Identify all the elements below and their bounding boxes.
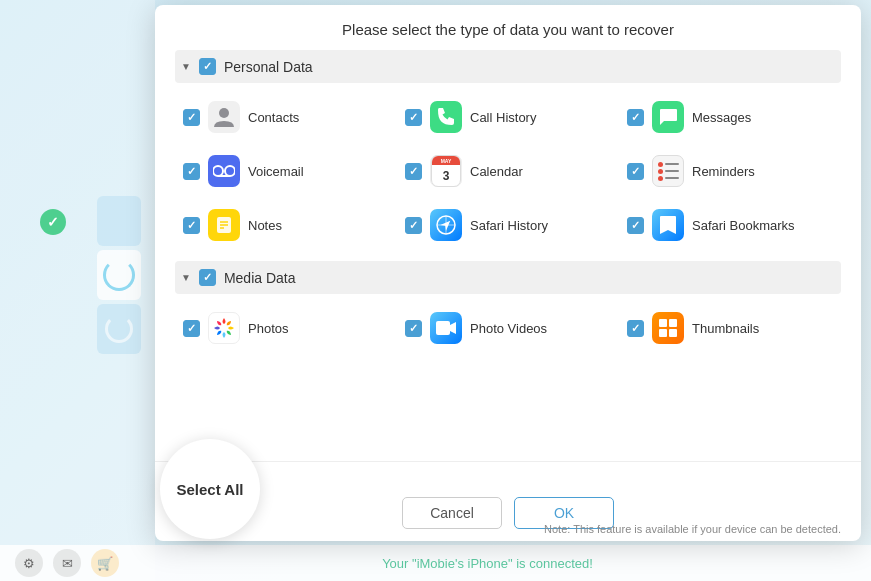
mail-icon[interactable]: ✉	[53, 549, 81, 577]
photos-checkbox[interactable]	[183, 320, 200, 337]
photos-icon	[208, 312, 240, 344]
notes-label: Notes	[248, 218, 282, 233]
media-data-items: Photos Photo Videos	[175, 298, 841, 358]
personal-data-checkbox[interactable]	[199, 58, 216, 75]
safari-history-label: Safari History	[470, 218, 548, 233]
sidebar-thumb-1	[97, 196, 141, 246]
svg-marker-11	[440, 218, 453, 231]
cart-icon[interactable]: 🛒	[91, 549, 119, 577]
safari-history-checkbox[interactable]	[405, 217, 422, 234]
photo-videos-label: Photo Videos	[470, 321, 547, 336]
contacts-checkbox[interactable]	[183, 109, 200, 126]
tooltip-label: Select All	[177, 481, 244, 498]
personal-data-title: Personal Data	[224, 59, 313, 75]
thumbnails-icon	[652, 312, 684, 344]
call-history-checkbox[interactable]	[405, 109, 422, 126]
svg-point-1	[213, 166, 223, 176]
safari-history-item: Safari History	[397, 199, 619, 251]
media-data-checkbox[interactable]	[199, 269, 216, 286]
personal-data-section: ▼ Personal Data Contacts	[175, 50, 841, 255]
chevron-down-icon: ▼	[181, 61, 191, 72]
select-all-row: Select All	[175, 472, 841, 489]
svg-point-0	[219, 108, 229, 118]
svg-point-2	[225, 166, 235, 176]
contacts-label: Contacts	[248, 110, 299, 125]
data-recovery-modal: Please select the type of data you want …	[155, 5, 861, 541]
reminders-label: Reminders	[692, 164, 755, 179]
photos-item: Photos	[175, 302, 397, 354]
svg-rect-18	[669, 329, 677, 337]
calendar-item: MAY 3 Calendar	[397, 145, 619, 197]
svg-rect-15	[659, 319, 667, 327]
photos-label: Photos	[248, 321, 288, 336]
media-data-section: ▼ Media Data	[175, 261, 841, 358]
calendar-icon: MAY 3	[430, 155, 462, 187]
voicemail-label: Voicemail	[248, 164, 304, 179]
call-history-item: Call History	[397, 91, 619, 143]
connection-message: Your "iMobie's iPhone" is connected!	[382, 556, 593, 571]
messages-label: Messages	[692, 110, 751, 125]
personal-data-header: ▼ Personal Data	[175, 50, 841, 83]
thumbnails-label: Thumbnails	[692, 321, 759, 336]
notes-checkbox[interactable]	[183, 217, 200, 234]
contacts-item: Contacts	[175, 91, 397, 143]
check-circle-icon: ✓	[40, 209, 66, 235]
thumbnails-item: Thumbnails	[619, 302, 841, 354]
safari-bookmarks-item: Safari Bookmarks	[619, 199, 841, 251]
note-text: Note: This feature is available if your …	[155, 521, 861, 539]
modal-title: Please select the type of data you want …	[155, 5, 861, 50]
safari-history-icon	[430, 209, 462, 241]
svg-rect-17	[659, 329, 667, 337]
media-chevron-icon: ▼	[181, 272, 191, 283]
messages-item: Messages	[619, 91, 841, 143]
sidebar-thumb-3	[97, 304, 141, 354]
reminders-icon	[652, 155, 684, 187]
sidebar-thumb-2	[97, 250, 141, 300]
voicemail-item: Voicemail	[175, 145, 397, 197]
svg-point-13	[221, 325, 227, 331]
contacts-icon	[208, 101, 240, 133]
thumbnails-checkbox[interactable]	[627, 320, 644, 337]
reminders-checkbox[interactable]	[627, 163, 644, 180]
svg-rect-16	[669, 319, 677, 327]
modal-body: ▼ Personal Data Contacts	[155, 50, 861, 461]
bottom-bar: ⚙ ✉ 🛒 Your "iMobie's iPhone" is connecte…	[0, 545, 871, 581]
calendar-label: Calendar	[470, 164, 523, 179]
svg-rect-14	[436, 321, 450, 335]
call-history-icon	[430, 101, 462, 133]
messages-checkbox[interactable]	[627, 109, 644, 126]
media-data-header: ▼ Media Data	[175, 261, 841, 294]
notes-icon	[208, 209, 240, 241]
voicemail-checkbox[interactable]	[183, 163, 200, 180]
photo-videos-checkbox[interactable]	[405, 320, 422, 337]
notes-item: Notes	[175, 199, 397, 251]
personal-data-items: Contacts Call History	[175, 87, 841, 255]
select-all-tooltip: Select All	[160, 439, 260, 539]
safari-bookmarks-label: Safari Bookmarks	[692, 218, 795, 233]
reminders-item: Reminders	[619, 145, 841, 197]
safari-bookmarks-checkbox[interactable]	[627, 217, 644, 234]
voicemail-icon	[208, 155, 240, 187]
bottom-icons: ⚙ ✉ 🛒	[15, 549, 119, 577]
messages-icon	[652, 101, 684, 133]
settings-icon[interactable]: ⚙	[15, 549, 43, 577]
call-history-label: Call History	[470, 110, 536, 125]
media-data-title: Media Data	[224, 270, 296, 286]
photo-videos-item: Photo Videos	[397, 302, 619, 354]
safari-bookmarks-icon	[652, 209, 684, 241]
photo-videos-icon	[430, 312, 462, 344]
calendar-checkbox[interactable]	[405, 163, 422, 180]
